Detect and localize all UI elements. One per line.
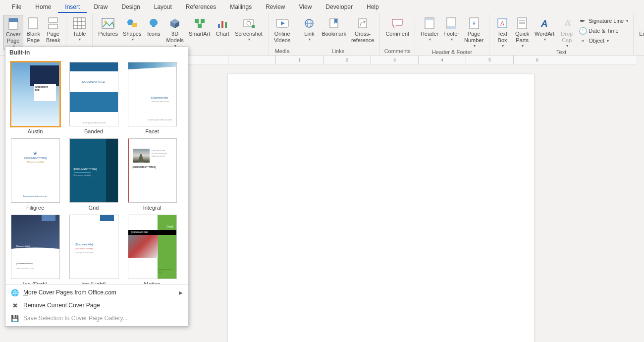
tab-file[interactable]: File: [5, 1, 28, 13]
globe-icon: 🌐: [10, 288, 19, 297]
header-button[interactable]: Header▾: [418, 15, 441, 43]
blank-page-icon: [28, 16, 38, 31]
datetime-icon: 🕒: [579, 27, 587, 35]
signature-line-button[interactable]: ✒Signature Line ▾: [577, 16, 630, 26]
signature-icon: ✒: [579, 17, 587, 25]
svg-text:A: A: [541, 19, 547, 29]
shapes-button[interactable]: Shapes▾: [120, 15, 144, 43]
link-icon: [303, 16, 315, 31]
tab-view[interactable]: View: [292, 1, 319, 13]
horizontal-ruler: 1 2 3 4 5 6: [188, 56, 636, 64]
cover-item-facet[interactable]: [Document title]Lorem ipsum dolor sit am…: [127, 62, 177, 134]
object-icon: ▫: [579, 37, 587, 45]
svg-text:#: #: [473, 20, 476, 26]
bookmark-icon: [329, 16, 339, 31]
remove-page-icon: ✖: [10, 301, 19, 310]
shapes-icon: [126, 16, 139, 31]
chart-button[interactable]: Chart: [213, 15, 232, 38]
equation-button[interactable]: πEquation▾: [637, 15, 644, 43]
cover-page-button[interactable]: Cover Page▾: [3, 15, 23, 50]
svg-rect-24: [225, 22, 227, 28]
table-icon: [73, 16, 86, 31]
cover-page-dropdown: Built-in [Document title] Austin [DOCUME…: [5, 47, 188, 327]
table-button[interactable]: Table▾: [69, 15, 89, 43]
page-break-icon: [48, 16, 58, 31]
page-number-button[interactable]: #Page Number▾: [462, 15, 486, 49]
cover-item-austin[interactable]: [Document title] Austin: [10, 62, 60, 134]
tab-design[interactable]: Design: [114, 1, 147, 13]
date-time-button[interactable]: 🕒Date & Time: [577, 26, 630, 36]
tab-review[interactable]: Review: [259, 1, 292, 13]
quickparts-icon: [517, 16, 527, 31]
tab-draw[interactable]: Draw: [87, 1, 114, 13]
cube-icon: [169, 16, 181, 31]
cover-item-integral[interactable]: Lorem ipsum dolor sit amet consectetur a…: [127, 138, 177, 211]
cover-item-motion[interactable]: [Year][Document title]Lorem ipsum dolor …: [127, 215, 177, 284]
tab-developer[interactable]: Developer: [319, 1, 360, 13]
smartart-button[interactable]: SmartArt: [186, 15, 213, 38]
video-icon: [276, 16, 289, 31]
online-videos-button[interactable]: Online Videos: [271, 15, 293, 45]
header-icon: [425, 16, 434, 31]
bookmark-button[interactable]: Bookmark: [319, 15, 349, 38]
svg-rect-23: [221, 21, 223, 28]
wordart-button[interactable]: AWordArt▾: [532, 15, 557, 43]
pictures-button[interactable]: Pictures: [96, 15, 120, 38]
group-label-links: Links: [332, 48, 345, 55]
smartart-icon: [194, 16, 206, 31]
cover-item-ion-dark[interactable]: [Document title][Document subtitle]Lorem…: [10, 215, 60, 284]
3d-models-button[interactable]: 3D Models▾: [163, 15, 186, 49]
save-gallery-icon: 💾: [10, 314, 19, 323]
link-button[interactable]: Link▾: [299, 15, 319, 43]
svg-rect-17: [195, 19, 199, 23]
cover-item-grid[interactable]: [DOCUMENT TITLE][Document subtitle] Grid: [69, 138, 118, 211]
cover-item-ion-light[interactable]: [Document title][Document subtitle]Lorem…: [69, 215, 118, 284]
svg-rect-47: [519, 22, 525, 24]
group-comments: Comment Comments: [380, 13, 415, 55]
tab-layout[interactable]: Layout: [147, 1, 179, 13]
gallery-scroll[interactable]: [Document title] Austin [DOCUMENT TITLE]…: [5, 58, 188, 284]
svg-text:A: A: [500, 20, 504, 27]
svg-rect-46: [519, 20, 525, 21]
quickparts-button[interactable]: Quick Parts▾: [512, 15, 532, 49]
tab-help[interactable]: Help: [360, 1, 386, 13]
group-symbols: πEquation▾ ΩSymbol▾ Symbols: [634, 13, 644, 55]
document-page[interactable]: [228, 74, 534, 342]
footer-button[interactable]: Footer▾: [441, 15, 462, 43]
comment-button[interactable]: Comment: [383, 15, 412, 38]
dropcap-button[interactable]: ADrop Cap▾: [557, 15, 577, 49]
svg-rect-13: [132, 23, 137, 27]
more-cover-pages[interactable]: 🌐MMore Cover Pages from Office.comore Co…: [5, 286, 188, 299]
wordart-icon: A: [538, 16, 550, 31]
dropdown-header: Built-in: [5, 47, 188, 58]
tab-insert[interactable]: Insert: [58, 1, 87, 13]
blank-page-button[interactable]: Blank Page: [23, 15, 43, 45]
svg-rect-27: [252, 25, 255, 28]
svg-rect-2: [29, 18, 38, 29]
textbox-icon: A: [497, 16, 508, 31]
cover-item-filigree[interactable]: ❦[DOCUMENT TITLE][Document subtitle]Lore…: [10, 138, 60, 211]
tab-mailings[interactable]: Mailings: [223, 1, 259, 13]
svg-rect-22: [218, 24, 220, 28]
icons-button[interactable]: Icons: [144, 15, 163, 38]
tab-references[interactable]: References: [179, 1, 223, 13]
remove-cover-page[interactable]: ✖Remove Current Cover Page: [5, 299, 188, 312]
svg-rect-4: [49, 24, 57, 29]
object-button[interactable]: ▫Object ▾: [577, 36, 630, 46]
svg-line-20: [197, 23, 200, 24]
textbox-button[interactable]: AText Box▾: [492, 15, 512, 49]
svg-rect-3: [49, 18, 57, 22]
menu-tabs: File Home Insert Draw Design Layout Refe…: [0, 0, 644, 13]
group-text: AText Box▾ Quick Parts▾ AWordArt▾ ADrop …: [489, 13, 634, 55]
group-links: Link▾ Bookmark Cross- reference Links: [296, 13, 380, 55]
cover-item-banded[interactable]: [DOCUMENT TITLE]Lorem ipsum dolor sit am…: [69, 62, 118, 134]
crossref-button[interactable]: Cross- reference: [349, 15, 376, 45]
screenshot-button[interactable]: Screenshot▾: [232, 15, 265, 43]
svg-rect-18: [201, 19, 205, 23]
chevron-right-icon: ▶: [179, 290, 183, 295]
comment-icon: [391, 16, 404, 31]
page-break-button[interactable]: Page Break: [43, 15, 63, 45]
tab-home[interactable]: Home: [28, 1, 58, 13]
svg-rect-10: [102, 18, 114, 28]
pagenum-icon: #: [469, 16, 479, 31]
